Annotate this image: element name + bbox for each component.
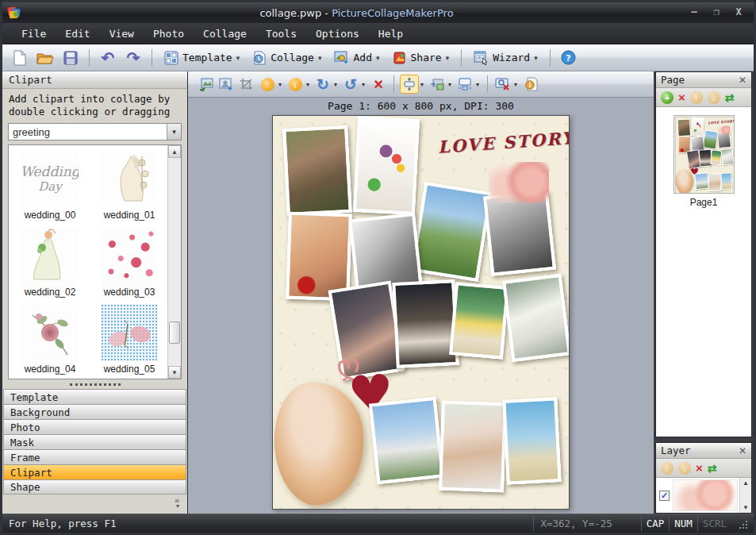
delete-layer-button[interactable]: × bbox=[696, 461, 703, 475]
bring-forward-button[interactable]: ↑ bbox=[258, 75, 277, 94]
photo-beach-walk-couple[interactable] bbox=[502, 397, 562, 484]
dropdown-arrow-icon[interactable]: ▾ bbox=[167, 124, 181, 140]
scroll-down-icon[interactable]: ▼ bbox=[168, 366, 181, 379]
page-thumbnail[interactable]: ღ♥LOVE STORY bbox=[673, 115, 735, 194]
accordion-shape[interactable]: Shape bbox=[3, 479, 186, 495]
add-page-button[interactable]: + bbox=[661, 91, 673, 104]
photo-couple-garden[interactable] bbox=[411, 182, 493, 282]
layer-visibility-checkbox[interactable]: ✓ bbox=[659, 491, 670, 501]
splitter-handle-icon bbox=[70, 383, 121, 386]
refresh-layers-button[interactable]: ⇄ bbox=[708, 462, 717, 475]
clipart-item-wedding-02[interactable]: wedding_02 bbox=[13, 227, 86, 298]
move-layer-up-button[interactable]: ↑ bbox=[661, 462, 673, 475]
send-backward-button[interactable]: ↓ bbox=[286, 75, 305, 94]
scrollbar-thumb[interactable] bbox=[169, 321, 180, 344]
menu-collage[interactable]: Collage bbox=[195, 25, 255, 42]
menu-help[interactable]: Help bbox=[370, 25, 411, 42]
accordion-template[interactable]: Template bbox=[3, 389, 186, 404]
collage-page[interactable]: ღ♥LOVE STORY bbox=[675, 117, 734, 194]
scroll-down-icon[interactable]: ▼ bbox=[743, 504, 749, 511]
add-button[interactable]: Add ▾ bbox=[329, 48, 384, 68]
delete-page-button[interactable]: × bbox=[678, 90, 685, 104]
resize-grip[interactable] bbox=[738, 519, 747, 529]
chevron-down-icon[interactable]: ▾ bbox=[420, 81, 424, 88]
accordion-background[interactable]: Background bbox=[3, 404, 186, 419]
minimize-button[interactable]: – bbox=[687, 7, 701, 18]
rotate-cw-button[interactable]: ↻ bbox=[313, 75, 332, 94]
chevron-down-icon[interactable]: ▾ bbox=[448, 81, 451, 88]
close-button[interactable]: X bbox=[731, 7, 746, 18]
move-layer-down-button[interactable]: ↓ bbox=[678, 462, 691, 475]
photo-wedding-kiss-sky[interactable] bbox=[369, 397, 444, 484]
menu-options[interactable]: Options bbox=[308, 25, 367, 42]
photo-bride-veil-smile[interactable] bbox=[439, 401, 507, 493]
save-button[interactable] bbox=[59, 48, 82, 68]
accordion-overflow-button[interactable]: »▾ bbox=[2, 495, 187, 512]
menu-view[interactable]: View bbox=[102, 25, 142, 42]
photo-wedding-kiss-sky bbox=[694, 172, 709, 190]
redo-button[interactable]: ↷ bbox=[122, 48, 144, 68]
swap-photo-button[interactable] bbox=[196, 75, 215, 94]
rotate-ccw-button[interactable]: ↺ bbox=[341, 75, 360, 94]
panel-splitter[interactable] bbox=[2, 379, 187, 389]
delete-object-button[interactable]: × bbox=[369, 75, 388, 94]
chevron-down-icon[interactable]: ▾ bbox=[334, 81, 337, 88]
distribute-button[interactable] bbox=[400, 75, 419, 94]
preview-button[interactable] bbox=[493, 75, 512, 94]
photo-bride-arch[interactable] bbox=[502, 274, 570, 362]
help-button[interactable]: ? bbox=[558, 48, 580, 68]
chevron-down-icon[interactable]: ▾ bbox=[362, 81, 365, 88]
photo-kissing-couple[interactable] bbox=[282, 125, 352, 216]
new-button[interactable] bbox=[9, 48, 31, 68]
accordion-mask[interactable]: Mask bbox=[3, 434, 186, 449]
toolbar-separator bbox=[89, 49, 90, 67]
chevron-down-icon[interactable]: ▾ bbox=[476, 81, 479, 88]
menu-tools[interactable]: Tools bbox=[258, 25, 305, 42]
layer-scrollbar[interactable]: ▲ ▼ bbox=[739, 478, 751, 513]
menu-file[interactable]: File bbox=[13, 25, 54, 42]
chevron-down-icon[interactable]: ▾ bbox=[514, 81, 517, 88]
accordion-clipart[interactable]: Clipart bbox=[3, 464, 186, 479]
scroll-up-icon[interactable]: ▲ bbox=[168, 145, 181, 158]
clipart-item-wedding-05[interactable]: wedding_05 bbox=[93, 304, 166, 375]
page-panel: Page ✕ + × ↑ ↓ ⇄ ღ♥LOVE STORY Page1 bbox=[655, 71, 752, 437]
close-icon[interactable]: ✕ bbox=[739, 75, 746, 86]
resize-button[interactable] bbox=[455, 75, 474, 94]
scroll-up-icon[interactable]: ▲ bbox=[743, 479, 749, 487]
refresh-pages-button[interactable]: ⇄ bbox=[725, 91, 735, 104]
align-button[interactable] bbox=[428, 75, 447, 94]
move-page-up-button[interactable]: ↑ bbox=[690, 91, 703, 104]
chevron-down-icon[interactable]: ▾ bbox=[306, 81, 309, 88]
open-button[interactable] bbox=[34, 48, 56, 68]
clipart-item-wedding-04[interactable]: wedding_04 bbox=[13, 304, 86, 375]
crop-button[interactable] bbox=[237, 75, 256, 94]
layer-row[interactable]: ✓ bbox=[656, 478, 739, 513]
clipart-scrollbar[interactable]: ▲ ▼ bbox=[167, 145, 181, 379]
scrollbar-track[interactable] bbox=[168, 158, 181, 366]
chevron-down-icon[interactable]: ▾ bbox=[278, 81, 282, 88]
move-page-down-button[interactable]: ↓ bbox=[708, 91, 720, 104]
photo-shopping-couple[interactable] bbox=[353, 116, 420, 215]
share-button[interactable]: Share ▾ bbox=[388, 48, 455, 68]
rose-clipart bbox=[718, 126, 730, 134]
rose-clipart[interactable] bbox=[489, 162, 549, 203]
menu-photo[interactable]: Photo bbox=[145, 25, 192, 42]
love-story-text[interactable]: LOVE STORY bbox=[437, 129, 550, 161]
clipart-item-wedding-01[interactable]: wedding_01 bbox=[93, 150, 166, 221]
accordion-frame[interactable]: Frame bbox=[3, 449, 186, 464]
maximize-button[interactable]: ❐ bbox=[709, 7, 723, 18]
clipart-item-wedding-00[interactable]: Wedding Day wedding_00 bbox=[13, 150, 86, 221]
collage-button[interactable]: Collage ▾ bbox=[248, 48, 326, 68]
menu-edit[interactable]: Edit bbox=[57, 25, 98, 42]
template-button[interactable]: Template ▾ bbox=[159, 48, 244, 68]
photo-beach-jump[interactable] bbox=[449, 282, 509, 360]
undo-button[interactable]: ↶ bbox=[97, 48, 119, 68]
collage-page[interactable]: ღ♥LOVE STORY bbox=[272, 115, 570, 510]
clipart-item-wedding-03[interactable]: wedding_03 bbox=[93, 227, 166, 298]
accordion-photo[interactable]: Photo bbox=[3, 419, 186, 434]
clipart-category-dropdown[interactable]: greeting ▾ bbox=[8, 123, 182, 140]
wizard-button[interactable]: Wizard ▾ bbox=[469, 48, 543, 68]
properties-button[interactable]: i bbox=[521, 75, 540, 94]
close-icon[interactable]: ✕ bbox=[739, 445, 746, 456]
add-photo-button[interactable] bbox=[217, 75, 236, 94]
